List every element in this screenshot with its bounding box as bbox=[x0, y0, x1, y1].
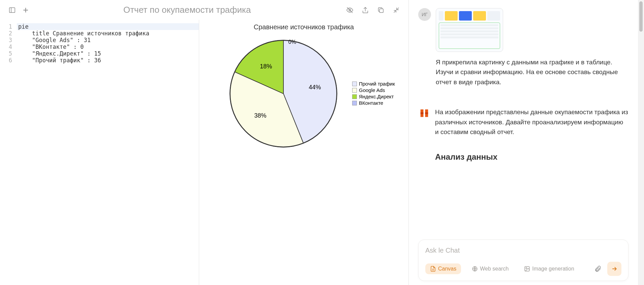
legend-item: Прочий трафик bbox=[352, 81, 395, 87]
tool-canvas[interactable]: Canvas bbox=[425, 263, 461, 274]
user-avatar: ИГ bbox=[418, 8, 431, 21]
canvas-header: + Отчет по окупаемости трафика bbox=[0, 0, 408, 20]
svg-text:38%: 38% bbox=[254, 112, 267, 119]
svg-rect-4 bbox=[379, 9, 383, 12]
legend-item: Google Ads bbox=[352, 87, 395, 93]
section-heading: Анализ данных bbox=[435, 151, 628, 163]
attached-image-thumbnail[interactable] bbox=[436, 8, 503, 52]
send-button[interactable] bbox=[607, 262, 621, 276]
code-line: 1pie bbox=[0, 23, 199, 30]
svg-text:18%: 18% bbox=[260, 63, 272, 70]
code-line: 4 "ВКонтакте" : 0 bbox=[0, 43, 199, 50]
chart-legend: Прочий трафикGoogle AdsЯндекс.ДиректВКон… bbox=[352, 81, 395, 106]
tool-web-search[interactable]: Web search bbox=[467, 263, 513, 274]
pie-chart: 44%38%18%0% bbox=[223, 33, 344, 154]
visibility-off-icon[interactable] bbox=[346, 6, 354, 14]
collapse-icon[interactable] bbox=[392, 6, 400, 14]
legend-item: ВКонтакте bbox=[352, 100, 395, 106]
chart-title: Сравнение источников трафика bbox=[206, 23, 402, 31]
legend-item: Яндекс.Директ bbox=[352, 94, 395, 99]
code-line: 2 title Сравнение источников трафика bbox=[0, 30, 199, 37]
copy-icon[interactable] bbox=[377, 6, 385, 14]
chat-input-box[interactable]: Ask le Chat Canvas Web search Image gene… bbox=[418, 240, 628, 281]
scrollbar[interactable] bbox=[638, 0, 644, 285]
document-title: Отчет по окупаемости трафика bbox=[34, 5, 340, 15]
chart-preview: Сравнение источников трафика 44%38%18%0%… bbox=[199, 20, 408, 285]
add-tab-button[interactable]: + bbox=[23, 5, 28, 15]
user-message: ИГ Я прикрепила картинку с данными на гр… bbox=[418, 8, 628, 87]
split-pane: 1pie 2 title Сравнение источников трафик… bbox=[0, 20, 408, 285]
canvas-area: + Отчет по окупаемости трафика 1pie 2 ti… bbox=[0, 0, 409, 285]
code-line: 3 "Google Ads" : 31 bbox=[0, 37, 199, 43]
code-line: 5 "Яндекс.Директ" : 15 bbox=[0, 50, 199, 57]
attach-button[interactable] bbox=[594, 265, 602, 273]
panel-toggle-icon[interactable] bbox=[8, 6, 16, 14]
code-line: 6 "Прочий трафик" : 36 bbox=[0, 57, 199, 64]
chat-input-placeholder: Ask le Chat bbox=[425, 247, 621, 254]
share-icon[interactable] bbox=[361, 6, 369, 14]
svg-text:44%: 44% bbox=[309, 84, 321, 91]
scrollbar-thumb[interactable] bbox=[639, 1, 643, 32]
assistant-message: На изображении представлены данные окупа… bbox=[418, 107, 628, 163]
assistant-avatar-icon bbox=[418, 107, 430, 119]
svg-point-14 bbox=[526, 267, 527, 268]
tool-image-generation[interactable]: Image generation bbox=[519, 263, 579, 274]
svg-rect-0 bbox=[9, 7, 15, 12]
user-message-text: Я прикрепила картинку с данными на графи… bbox=[436, 57, 628, 87]
code-editor[interactable]: 1pie 2 title Сравнение источников трафик… bbox=[0, 20, 199, 285]
chat-panel: ИГ Я прикрепила картинку с данными на гр… bbox=[409, 0, 638, 285]
assistant-message-text: На изображении представлены данные окупа… bbox=[435, 107, 628, 163]
